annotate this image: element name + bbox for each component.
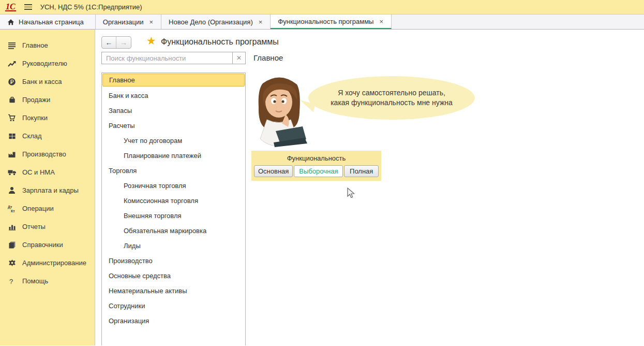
list-item[interactable]: Комиссионная торговля [102, 193, 245, 208]
list-item[interactable]: Банк и касса [102, 88, 245, 103]
tab-functionality[interactable]: Функциональность программы × [271, 15, 392, 29]
tab-new-deal[interactable]: Новое Дело (Организация) × [161, 15, 271, 29]
list-item[interactable]: Основные средства [102, 268, 245, 283]
clear-search-icon[interactable]: ✕ [232, 52, 245, 64]
sidebar-item-label: Администрирование [22, 259, 86, 267]
sidebar-item-zarplata-kadry[interactable]: Зарплата и кадры [0, 181, 95, 199]
sidebar-item-administrirovanie[interactable]: Администрирование [0, 254, 95, 272]
list-item[interactable]: Запасы [102, 103, 245, 118]
sidebar-item-label: Операции [22, 205, 54, 212]
tab-bar: Начальная страница Организации × Новое Д… [0, 15, 644, 30]
ruble-circle-icon [7, 78, 17, 86]
close-icon[interactable]: × [379, 18, 384, 25]
forward-button[interactable]: → [116, 37, 131, 48]
list-item-label: Банк и касса [109, 92, 148, 99]
pallet-icon [7, 132, 17, 140]
sidebar-item-prodazhi[interactable]: Продажи [0, 91, 95, 109]
list-item-label: Лиды [124, 242, 141, 250]
list-item[interactable]: Внешняя торговля [102, 208, 245, 223]
list-item[interactable]: Главное [102, 74, 245, 86]
sidebar-item-pokupki[interactable]: Покупки [0, 109, 95, 127]
list-item[interactable]: Обязательная маркировка [102, 223, 245, 238]
tab-label: Функциональность программы [278, 18, 373, 25]
search-box: ✕ [101, 52, 246, 64]
list-item[interactable]: Розничная торговля [102, 178, 245, 193]
books-icon [7, 241, 17, 249]
sidebar-item-label: Руководителю [22, 60, 67, 67]
menu-lines-icon [7, 41, 17, 50]
gear-icon [7, 259, 17, 267]
list-item-label: Учет по договорам [124, 137, 182, 145]
svg-text:Кт: Кт [11, 209, 15, 213]
close-icon[interactable]: × [258, 18, 263, 26]
sidebar-item-label: ОС и НМА [22, 168, 55, 176]
home-icon [7, 19, 14, 25]
content-heading: Главное [253, 53, 283, 62]
speech-line: какая функциональность мне нужна [331, 98, 453, 108]
list-item-label: Производство [109, 257, 153, 265]
list-item[interactable]: Организация [102, 313, 245, 328]
sidebar-item-label: Отчеты [22, 223, 46, 230]
tab-home[interactable]: Начальная страница [0, 15, 96, 29]
sidebar-item-label: Главное [22, 41, 48, 49]
sidebar-item-pomosch[interactable]: ? Помощь [0, 272, 95, 290]
list-item[interactable]: Сотрудники [102, 298, 245, 313]
list-item-label: Основные средства [109, 272, 171, 280]
speech-line: Я хочу самостоятельно решать, [338, 88, 445, 98]
list-item[interactable]: Нематериальные активы [102, 283, 245, 298]
sidebar-item-sklad[interactable]: Склад [0, 127, 95, 145]
list-item[interactable]: Расчеты [102, 118, 245, 133]
tab-label: Новое Дело (Организация) [169, 18, 253, 26]
list-item[interactable]: Лиды [102, 238, 245, 253]
back-button[interactable]: ← [102, 37, 116, 48]
sidebar-item-otchety[interactable]: Отчеты [0, 218, 95, 236]
list-item-label: Комиссионная торговля [124, 197, 198, 205]
list-item-label: Торговля [109, 167, 137, 175]
functionality-label: Функциональность [251, 154, 381, 162]
list-item-label: Обязательная маркировка [124, 227, 206, 235]
sidebar-item-label: Продажи [22, 96, 50, 104]
close-icon[interactable]: × [148, 18, 154, 26]
list-item-label: Внешняя торговля [124, 212, 182, 220]
sidebar-item-spravochniki[interactable]: Справочники [0, 236, 95, 254]
sidebar-item-proizvodstvo[interactable]: Производство [0, 145, 95, 163]
list-item[interactable]: Планирование платежей [102, 148, 245, 163]
search-input[interactable] [102, 52, 232, 64]
tab-label: Начальная страница [19, 18, 84, 26]
sidebar-item-label: Склад [22, 132, 42, 140]
list-item[interactable]: Торговля [102, 163, 245, 178]
functionality-switch-panel: Функциональность Основная Выборочная Пол… [251, 151, 381, 181]
sidebar-item-label: Производство [22, 150, 66, 158]
speech-bubble: Я хочу самостоятельно решать, какая функ… [308, 76, 475, 120]
sidebar-item-bank-kassa[interactable]: Банк и касса [0, 73, 95, 91]
list-item[interactable]: Учет по договорам [102, 133, 245, 148]
full-functionality-button[interactable]: Полная [344, 165, 379, 177]
factory-icon [7, 150, 17, 158]
person-icon [7, 186, 17, 195]
history-nav: ← → [101, 36, 131, 49]
functionality-section-list: Главное Банк и касса Запасы Расчеты Учет… [101, 73, 246, 345]
sidebar-item-os-nma[interactable]: ОС и НМА [0, 163, 95, 181]
sidebar-item-label: Банк и касса [22, 78, 62, 85]
list-item-label: Запасы [109, 107, 132, 114]
list-item[interactable]: Производство [102, 253, 245, 268]
cart-icon [7, 114, 17, 122]
basic-functionality-button[interactable]: Основная [254, 165, 293, 177]
main-menu-icon[interactable] [23, 2, 33, 12]
app-shell: Главное Руководителю Банк и касса Продаж… [0, 30, 644, 345]
mouse-cursor-icon [346, 188, 356, 199]
selective-functionality-button[interactable]: Выборочная [294, 165, 343, 177]
trend-up-icon [7, 60, 17, 68]
sidebar-item-label: Помощь [22, 277, 48, 285]
sidebar-item-glavnoe[interactable]: Главное [0, 36, 95, 54]
sidebar-item-operatsii[interactable]: ДтКт Операции [0, 199, 95, 218]
truck-icon [7, 168, 17, 177]
sidebar-item-rukovoditelyu[interactable]: Руководителю [0, 54, 95, 73]
page-title: Функциональность программы [161, 37, 279, 47]
tab-label: Организации [103, 18, 144, 26]
window-titlebar: 1С УСН, НДС 5% (1С:Предприятие) [0, 0, 644, 15]
svg-text:Дт: Дт [8, 205, 12, 209]
favorite-star-icon[interactable]: ★ [146, 35, 156, 47]
list-item-label: Расчеты [109, 122, 135, 129]
tab-organizations[interactable]: Организации × [96, 15, 161, 29]
